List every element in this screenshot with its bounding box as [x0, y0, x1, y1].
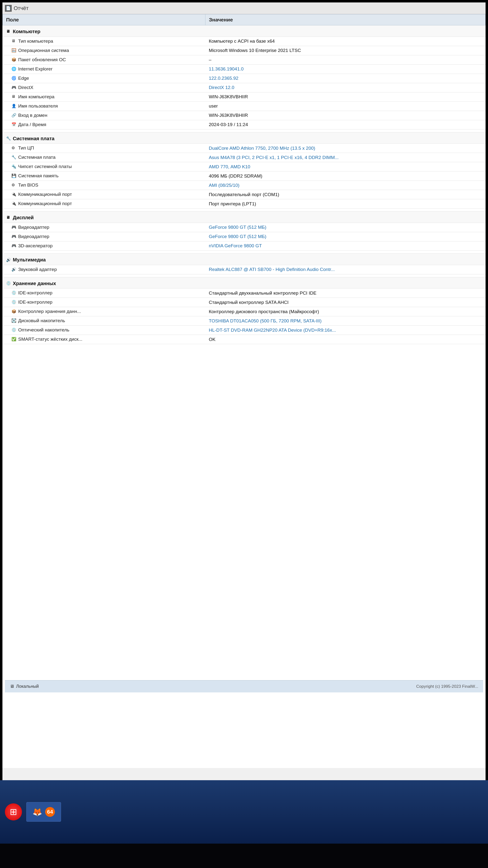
status-bar: 🖥 Локальный Copyright (c) 1995-2023 Fina…	[5, 680, 483, 692]
app-badge: 64	[45, 807, 55, 817]
table-row: 💽Дисковый накопительTOSHIBA DT01ACA050 (…	[3, 316, 486, 326]
field-icon: 🪟	[11, 48, 17, 54]
title-bar: 📄 Отчёт	[2, 2, 486, 14]
value-cell: Порт принтера (LPT1)	[206, 199, 486, 209]
value-cell: OK	[206, 335, 486, 344]
table-row: 🔗Вход в доменWIN-J63K8VBHIIR	[3, 111, 486, 120]
value-cell: Microsoft Windows 10 Enterprise 2021 LTS…	[206, 46, 486, 55]
category-icon: 🖥	[6, 29, 11, 35]
table-category-row: 🖥Компьютер	[3, 25, 486, 37]
table-row: 🖥Имя компьютераWIN-J63K8VBHIIR	[3, 92, 486, 101]
field-cell: 🪟Операционная система	[3, 46, 206, 55]
field-icon: 🎮	[11, 234, 17, 240]
field-icon: ⚙	[11, 183, 17, 188]
field-icon: 📅	[11, 122, 17, 128]
field-icon: 🔩	[11, 164, 17, 169]
value-cell: Asus M4A78 (3 PCI, 2 PCI-E x1, 1 PCI-E x…	[206, 153, 486, 162]
status-text: Локальный	[16, 684, 39, 689]
field-icon: 👤	[11, 104, 17, 109]
field-icon: ✅	[11, 337, 17, 342]
field-icon: 🌀	[11, 76, 17, 81]
field-cell: 💿IDE-контроллер	[3, 288, 206, 298]
table-row: 💿IDE-контроллерСтандартный двухканальный…	[3, 288, 486, 298]
status-left: 🖥 Локальный	[10, 684, 39, 689]
category-label: 🖥Дисплей	[3, 212, 486, 223]
field-icon: 🎮	[11, 85, 17, 91]
category-label: 🔧Системная плата	[3, 132, 486, 144]
field-cell: 🖥Имя компьютера	[3, 92, 206, 101]
content-area[interactable]: Поле Значение 🖥Компьютер🖥Тип компьютераК…	[2, 14, 486, 768]
field-cell: 💿IDE-контроллер	[3, 298, 206, 307]
table-header-row: Поле Значение	[3, 14, 486, 25]
field-cell: ⚙Тип BIOS	[3, 181, 206, 190]
field-cell: 🎮3D-акселератор	[3, 241, 206, 250]
field-cell: 🎮DirectX	[3, 83, 206, 92]
field-icon: 🌐	[11, 67, 17, 72]
taskbar-app-firefox[interactable]: 🦊 64	[26, 802, 61, 822]
taskbar[interactable]: ⊞ 🦊 64	[0, 780, 488, 844]
field-icon: 🔌	[11, 192, 17, 197]
table-row: 📅Дата / Время2024-03-19 / 11:24	[3, 120, 486, 129]
field-cell: 👤Имя пользователя	[3, 101, 206, 111]
window-icon: 📄	[5, 5, 12, 12]
value-cell: WIN-J63K8VBHIIR	[206, 111, 486, 120]
category-icon: 🔊	[6, 257, 11, 263]
field-cell: 🔗Вход в домен	[3, 111, 206, 120]
value-cell: DirectX 12.0	[206, 83, 486, 92]
field-icon: 📦	[11, 309, 17, 314]
field-icon: 💽	[11, 318, 17, 323]
field-icon: 💿	[11, 328, 17, 333]
field-cell: 🌐Internet Explorer	[3, 64, 206, 74]
field-icon: 💿	[11, 300, 17, 305]
window-title: Отчёт	[14, 5, 29, 11]
field-cell: 🎮Видеоадаптер	[3, 223, 206, 232]
col-field-header: Поле	[3, 14, 206, 25]
category-icon: 💿	[6, 281, 11, 286]
table-row: 🎮ВидеоадаптерGeForce 9800 GT (512 МБ)	[3, 223, 486, 232]
table-separator	[3, 209, 486, 212]
table-row: 🔌Коммуникационный портПоследовательный п…	[3, 190, 486, 199]
start-button[interactable]: ⊞	[5, 803, 22, 820]
value-cell: GeForce 9800 GT (512 МБ)	[206, 232, 486, 241]
field-cell: 🔩Чипсет системной платы	[3, 162, 206, 172]
field-icon: 🔗	[11, 113, 17, 118]
table-category-row: 💿Хранение данных	[3, 277, 486, 288]
table-row: 🎮ВидеоадаптерGeForce 9800 GT (512 МБ)	[3, 232, 486, 241]
category-label: 🖥Компьютер	[3, 25, 486, 37]
table-row: 🎮3D-акселераторnVIDIA GeForce 9800 GT	[3, 241, 486, 250]
table-row: 🌐Internet Explorer11.3636.19041.0	[3, 64, 486, 74]
field-cell: 📦Пакет обновления ОС	[3, 55, 206, 64]
table-row: 📦Пакет обновления ОС–	[3, 55, 486, 64]
field-icon: 🔌	[11, 201, 17, 207]
field-cell: 🔊Звуковой адаптер	[3, 265, 206, 274]
field-cell: ⚙Тип ЦП	[3, 144, 206, 153]
field-icon: 🎮	[11, 225, 17, 230]
table-category-row: 🔧Системная плата	[3, 132, 486, 144]
value-cell: AMI (08/25/10)	[206, 181, 486, 190]
table-category-row: 🖥Дисплей	[3, 212, 486, 223]
table-row: 🪟Операционная системаMicrosoft Windows 1…	[3, 46, 486, 55]
value-cell: DualCore AMD Athlon 7750, 2700 MHz (13.5…	[206, 144, 486, 153]
table-row: 🌀Edge122.0.2365.92	[3, 74, 486, 83]
table-row: 💾Системная память4096 МБ (DDR2 SDRAM)	[3, 172, 486, 181]
field-cell: 🖥Тип компьютера	[3, 37, 206, 46]
field-cell: 💾Системная память	[3, 172, 206, 181]
field-cell: 📅Дата / Время	[3, 120, 206, 129]
field-cell: 🌀Edge	[3, 74, 206, 83]
category-label: 💿Хранение данных	[3, 277, 486, 288]
value-cell: WIN-J63K8VBHIIR	[206, 92, 486, 101]
value-cell: 4096 МБ (DDR2 SDRAM)	[206, 172, 486, 181]
field-cell: 💿Оптический накопитель	[3, 326, 206, 335]
table-row: 🔊Звуковой адаптерRealtek ALC887 @ ATI SB…	[3, 265, 486, 274]
screen: 📄 Отчёт Поле Значение 🖥Компьютер🖥Тип ком…	[2, 2, 486, 780]
field-cell: 🔌Коммуникационный порт	[3, 199, 206, 209]
value-cell: TOSHIBA DT01ACA050 (500 ГБ, 7200 RPM, SA…	[206, 316, 486, 326]
field-icon: 🎮	[11, 243, 17, 249]
value-cell: user	[206, 101, 486, 111]
table-row: ⚙Тип ЦПDualCore AMD Athlon 7750, 2700 MH…	[3, 144, 486, 153]
value-cell: nVIDIA GeForce 9800 GT	[206, 241, 486, 250]
value-cell: Компьютер с ACPI на базе x64	[206, 37, 486, 46]
field-icon: 🔧	[11, 155, 17, 160]
value-cell: Контроллер дискового пространства (Майкр…	[206, 307, 486, 316]
report-table: Поле Значение 🖥Компьютер🖥Тип компьютераК…	[2, 14, 486, 344]
